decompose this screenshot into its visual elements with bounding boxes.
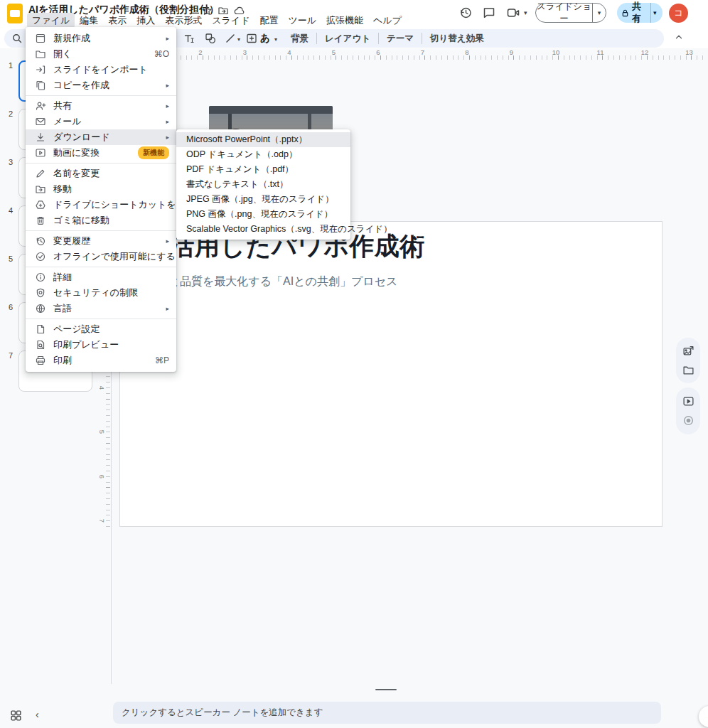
video-play-icon[interactable] — [682, 395, 694, 407]
menu-item-import-slides[interactable]: スライドをインポート — [26, 62, 176, 77]
slideshow-caret-icon[interactable]: ▾ — [593, 9, 606, 16]
notes-resize-handle[interactable] — [375, 689, 397, 690]
wordart-caret-icon[interactable]: ▾ — [274, 36, 277, 43]
menu-tools[interactable]: ツール — [283, 13, 321, 28]
vruler-number: 6 — [98, 475, 106, 478]
textbox-icon[interactable] — [183, 33, 195, 44]
menu-item-version-history[interactable]: 変更履歴 ▸ — [26, 233, 176, 249]
transition-button[interactable]: 切り替え効果 — [422, 33, 492, 45]
page-setup-icon — [35, 323, 46, 335]
video-convert-icon — [35, 147, 46, 159]
shape-icon[interactable] — [205, 33, 216, 44]
submenu-item-odp[interactable]: ODP ドキュメント（.odp） — [176, 147, 350, 162]
menu-help[interactable]: ヘルプ — [368, 13, 407, 28]
new-document-icon — [35, 33, 46, 44]
submenu-item-png[interactable]: PNG 画像（.png、現在のスライド） — [176, 207, 350, 222]
menu-item-open[interactable]: 開く ⌘O — [26, 46, 176, 62]
menu-item-label: 変更履歴 — [53, 235, 160, 247]
menu-extensions[interactable]: 拡張機能 — [321, 13, 368, 28]
hruler-number: 11 — [597, 48, 604, 56]
account-avatar[interactable]: コ — [669, 4, 688, 23]
menu-item-print[interactable]: 印刷 ⌘P — [26, 353, 176, 368]
menu-item-label: ダウンロード — [53, 131, 160, 144]
slideshow-button[interactable]: スライドショー ▾ — [535, 3, 606, 23]
layout-button[interactable]: レイアウト — [317, 33, 378, 45]
menu-item-email[interactable]: メール ▸ — [26, 114, 176, 129]
share-label: 共有 — [632, 1, 647, 25]
horizontal-ruler: 1 2 3 4 5 6 7 8 9 10 11 12 13 — [114, 48, 708, 60]
share-button[interactable]: 共有 ▾ — [617, 3, 663, 23]
menu-view[interactable]: 表示 — [103, 13, 132, 28]
grid-view-icon[interactable] — [10, 710, 22, 722]
menu-item-new[interactable]: 新規作成 ▸ — [26, 31, 176, 46]
menu-item-download[interactable]: ダウンロード ▸ — [26, 129, 176, 145]
meet-camera-icon[interactable] — [506, 6, 520, 20]
menu-insert[interactable]: 挿入 — [132, 13, 160, 28]
globe-icon — [35, 303, 46, 314]
insert-image-icon[interactable] — [246, 33, 257, 44]
info-icon — [35, 272, 46, 283]
menu-item-label: ページ設定 — [53, 323, 169, 336]
slides-logo-icon[interactable] — [7, 4, 23, 23]
side-panel-collapse-icon[interactable]: ‹ — [699, 706, 708, 727]
menu-format[interactable]: 表示形式 — [160, 13, 207, 28]
slide-number: 6 — [6, 303, 16, 311]
submenu-item-jpeg[interactable]: JPEG 画像（.jpg、現在のスライド） — [176, 192, 350, 207]
menu-item-details[interactable]: 詳細 — [26, 269, 176, 285]
menu-file[interactable]: ファイル — [27, 13, 75, 28]
menu-item-rename[interactable]: 名前を変更 — [26, 166, 176, 181]
import-icon — [35, 64, 46, 75]
menu-item-label: 新規作成 — [53, 32, 160, 45]
line-tool-icon[interactable] — [225, 33, 236, 44]
submenu-item-pdf[interactable]: PDF ドキュメント（.pdf） — [176, 162, 350, 177]
menu-divider — [26, 163, 176, 164]
menu-item-move-to-trash[interactable]: ゴミ箱に移動 — [26, 213, 176, 228]
hruler-number: 6 — [376, 48, 380, 56]
line-caret-icon[interactable]: ▾ — [237, 36, 240, 43]
submenu-item-txt[interactable]: 書式なしテキスト（.txt） — [176, 177, 350, 192]
submenu-arrow-icon: ▸ — [166, 237, 169, 245]
record-icon[interactable] — [682, 414, 694, 427]
menu-item-security-limits[interactable]: セキュリティの制限 — [26, 285, 176, 301]
menu-item-language[interactable]: 言語 ▸ — [26, 301, 176, 316]
version-history-icon[interactable] — [458, 6, 473, 20]
copy-icon — [35, 80, 46, 91]
menu-item-label: 言語 — [53, 302, 160, 315]
menu-item-convert-to-video[interactable]: 動画に変換 新機能 — [26, 145, 176, 161]
photo-export-icon[interactable] — [682, 345, 694, 357]
filmstrip-collapse-icon[interactable]: ‹ — [36, 709, 39, 720]
hruler-number: 10 — [552, 48, 560, 56]
comments-icon[interactable] — [482, 6, 496, 20]
menu-item-page-setup[interactable]: ページ設定 — [26, 321, 176, 337]
print-preview-icon — [35, 339, 46, 350]
wordart-icon[interactable]: あ — [260, 32, 270, 45]
menu-slide[interactable]: スライド — [207, 13, 254, 28]
menu-item-share[interactable]: 共有 ▸ — [26, 98, 176, 114]
share-caret-icon[interactable]: ▾ — [650, 9, 659, 16]
submenu-item-svg[interactable]: Scalable Vector Graphics（.svg、現在のスライド） — [176, 222, 350, 237]
menu-item-move[interactable]: 移動 — [26, 181, 176, 197]
menu-item-print-preview[interactable]: 印刷プレビュー — [26, 337, 176, 353]
drive-shortcut-icon — [35, 199, 46, 210]
menu-item-label: ドライブにショートカットを追加 — [53, 198, 195, 211]
menu-item-make-copy[interactable]: コピーを作成 ▸ — [26, 77, 176, 93]
theme-button[interactable]: テーマ — [379, 33, 422, 45]
background-button[interactable]: 背景 — [283, 33, 316, 45]
folder-icon[interactable] — [682, 364, 694, 376]
menu-divider — [26, 267, 176, 267]
search-icon[interactable] — [11, 33, 23, 44]
submenu-item-pptx[interactable]: Microsoft PowerPoint（.pptx） — [176, 132, 350, 147]
speaker-notes-bar[interactable]: クリックするとスピーカー ノートを追加できます — [113, 702, 661, 724]
history-icon — [35, 235, 46, 247]
menu-item-label: ゴミ箱に移動 — [53, 214, 169, 227]
toolbar-collapse-icon[interactable] — [674, 32, 685, 43]
menu-item-add-drive-shortcut[interactable]: ドライブにショートカットを追加 — [26, 197, 176, 213]
menu-edit[interactable]: 編集 — [75, 13, 103, 28]
menu-shortcut: ⌘P — [155, 355, 169, 365]
menu-arrange[interactable]: 配置 — [254, 13, 283, 28]
menu-item-offline[interactable]: オフラインで使用可能にする — [26, 249, 176, 264]
hruler-number: 12 — [641, 48, 649, 56]
move-folder-icon — [35, 183, 46, 195]
slide-canvas[interactable] — [119, 221, 663, 527]
submenu-arrow-icon: ▸ — [166, 102, 169, 109]
